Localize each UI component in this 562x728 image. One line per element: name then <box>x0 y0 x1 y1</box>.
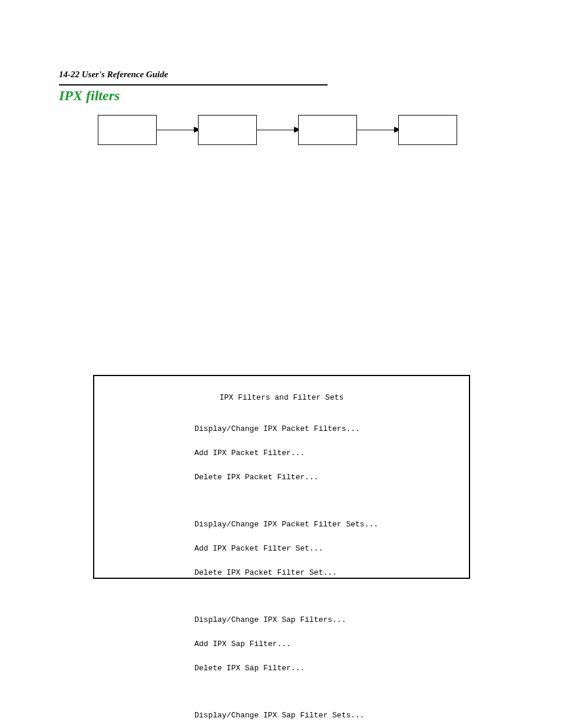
header-rule <box>59 84 328 85</box>
menu-item[interactable]: Add IPX Packet Filter... <box>194 449 463 457</box>
flow-box-2 <box>198 115 257 145</box>
flow-diagram <box>98 115 463 150</box>
menu-item[interactable]: Delete IPX Sap Filter... <box>194 664 463 673</box>
menu-group-sap-filter-sets: Display/Change IPX Sap Filter Sets... Ad… <box>194 696 463 728</box>
arrow-line-2 <box>257 130 298 130</box>
terminal-title: IPX Filters and Filter Sets <box>100 394 463 402</box>
page-header: 14-22 User's Reference Guide IPX filters <box>59 70 328 104</box>
menu-group-sap-filters: Display/Change IPX Sap Filters... Add IP… <box>194 600 463 689</box>
menu-item[interactable]: Display/Change IPX Sap Filter Sets... <box>194 711 463 720</box>
page-number-ref: 14-22 User's Reference Guide <box>59 70 328 80</box>
menu-item[interactable]: Add IPX Sap Filter... <box>194 640 463 648</box>
flow-box-3 <box>298 115 357 145</box>
menu-item[interactable]: Add IPX Packet Filter Set... <box>194 545 463 553</box>
menu-item[interactable]: Delete IPX Packet Filter Set... <box>194 569 463 577</box>
section-title: IPX filters <box>59 88 328 104</box>
flow-box-1 <box>98 115 157 145</box>
menu-group-packet-filter-sets: Display/Change IPX Packet Filter Sets...… <box>194 505 463 593</box>
menu-item[interactable]: Display/Change IPX Packet Filter Sets... <box>194 521 463 529</box>
terminal-screen: IPX Filters and Filter Sets Display/Chan… <box>93 375 470 579</box>
menu-group-packet-filters: Display/Change IPX Packet Filters... Add… <box>194 409 463 498</box>
arrow-line-1 <box>157 130 198 130</box>
arrow-line-3 <box>357 130 398 130</box>
menu-item[interactable]: Display/Change IPX Sap Filters... <box>194 616 463 624</box>
menu-item[interactable]: Display/Change IPX Packet Filters... <box>194 425 463 433</box>
flow-box-4 <box>398 115 457 145</box>
menu-item[interactable]: Delete IPX Packet Filter... <box>194 473 463 482</box>
